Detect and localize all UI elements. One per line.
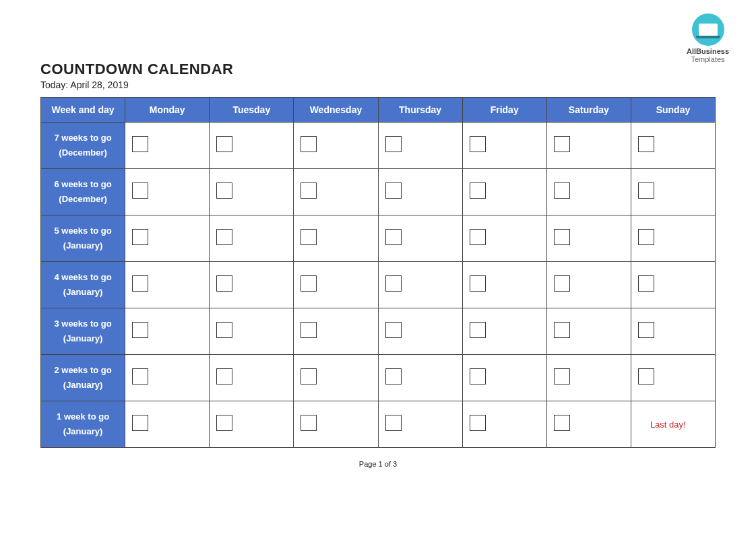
today-date: Today: April 28, 2019 (40, 79, 716, 90)
checkbox-icon[interactable] (470, 322, 486, 338)
calendar-cell (546, 262, 631, 308)
checkbox-icon[interactable] (554, 136, 570, 152)
calendar-cell (378, 262, 462, 308)
calendar-cell (125, 308, 210, 355)
last-day-label: Last day! (638, 420, 686, 430)
row-header: 3 weeks to go(January) (41, 308, 125, 355)
table-row: 4 weeks to go(January) (41, 262, 716, 308)
row-header: 1 week to go(January) (41, 401, 125, 448)
checkbox-icon[interactable] (470, 368, 486, 385)
checkbox-icon[interactable] (301, 415, 317, 431)
checkbox-icon[interactable] (554, 322, 570, 338)
calendar-cell (125, 355, 210, 401)
calendar-cell (125, 401, 210, 448)
checkbox-icon[interactable] (554, 275, 570, 292)
checkbox-icon[interactable] (470, 136, 486, 152)
checkbox-icon[interactable] (385, 182, 402, 199)
checkbox-icon[interactable] (554, 182, 570, 199)
laptop-icon (692, 13, 724, 46)
calendar-cell (294, 169, 378, 215)
checkbox-icon[interactable] (385, 322, 402, 338)
checkbox-icon[interactable] (470, 275, 486, 292)
checkbox-icon[interactable] (216, 275, 232, 292)
checkbox-icon[interactable] (216, 322, 232, 338)
checkbox-icon[interactable] (385, 368, 402, 385)
col-header-week: Week and day (41, 98, 125, 123)
checkbox-icon[interactable] (554, 368, 570, 385)
checkbox-icon[interactable] (385, 275, 402, 292)
calendar-cell (462, 401, 546, 448)
row-header: 5 weeks to go(January) (41, 215, 125, 262)
checkbox-icon[interactable] (301, 275, 317, 292)
checkbox-icon[interactable] (554, 229, 570, 245)
checkbox-icon[interactable] (132, 415, 148, 431)
checkbox-icon[interactable] (638, 322, 654, 338)
col-header-friday: Friday (462, 98, 546, 123)
col-header-tuesday: Tuesday (210, 98, 294, 123)
checkbox-icon[interactable] (470, 229, 486, 245)
calendar-cell (210, 308, 294, 355)
table-row: 3 weeks to go(January) (41, 308, 716, 355)
calendar-cell (546, 355, 631, 401)
calendar-cell (462, 169, 546, 215)
calendar-cell (546, 308, 631, 355)
checkbox-icon[interactable] (301, 182, 317, 199)
countdown-table: Week and dayMondayTuesdayWednesdayThursd… (40, 97, 716, 448)
calendar-cell: Last day! (631, 401, 715, 448)
checkbox-icon[interactable] (301, 136, 317, 152)
calendar-cell (378, 401, 462, 448)
checkbox-icon[interactable] (638, 136, 654, 152)
calendar-cell (125, 215, 210, 262)
calendar-cell (631, 308, 715, 355)
checkbox-icon[interactable] (638, 229, 654, 245)
brand-logo: AllBusiness Templates (687, 13, 729, 63)
checkbox-icon[interactable] (132, 136, 148, 152)
checkbox-icon[interactable] (385, 229, 402, 245)
checkbox-icon[interactable] (132, 368, 148, 385)
calendar-cell (210, 401, 294, 448)
checkbox-icon[interactable] (216, 182, 232, 199)
checkbox-icon[interactable] (132, 275, 148, 292)
checkbox-icon[interactable] (301, 322, 317, 338)
checkbox-icon[interactable] (216, 415, 232, 431)
checkbox-icon[interactable] (638, 368, 654, 385)
calendar-cell (210, 123, 294, 169)
logo-line2: Templates (691, 55, 724, 63)
calendar-cell (546, 169, 631, 215)
col-header-thursday: Thursday (378, 98, 462, 123)
calendar-cell (210, 262, 294, 308)
checkbox-icon[interactable] (638, 275, 654, 292)
checkbox-icon[interactable] (132, 182, 148, 199)
row-header: 2 weeks to go(January) (41, 355, 125, 401)
checkbox-icon[interactable] (638, 182, 654, 199)
calendar-cell (378, 215, 462, 262)
calendar-cell (462, 308, 546, 355)
checkbox-icon[interactable] (216, 368, 232, 385)
checkbox-icon[interactable] (470, 415, 486, 431)
checkbox-icon[interactable] (132, 322, 148, 338)
logo-line1: AllBusiness (687, 47, 729, 55)
calendar-cell (210, 215, 294, 262)
page-footer: Page 1 of 3 (40, 460, 716, 468)
row-header: 7 weeks to go(December) (41, 123, 125, 169)
table-row: 7 weeks to go(December) (41, 123, 716, 169)
checkbox-icon[interactable] (216, 229, 232, 245)
table-row: 1 week to go(January)Last day! (41, 401, 716, 448)
calendar-cell (462, 123, 546, 169)
checkbox-icon[interactable] (385, 136, 402, 152)
checkbox-icon[interactable] (470, 182, 486, 199)
checkbox-icon[interactable] (554, 415, 570, 431)
checkbox-icon[interactable] (216, 136, 232, 152)
row-header: 4 weeks to go(January) (41, 262, 125, 308)
calendar-cell (294, 308, 378, 355)
col-header-sunday: Sunday (631, 98, 715, 123)
checkbox-icon[interactable] (132, 229, 148, 245)
calendar-cell (125, 123, 210, 169)
calendar-cell (462, 262, 546, 308)
checkbox-icon[interactable] (385, 415, 402, 431)
calendar-cell (294, 401, 378, 448)
calendar-cell (631, 169, 715, 215)
table-row: 5 weeks to go(January) (41, 215, 716, 262)
checkbox-icon[interactable] (301, 229, 317, 245)
checkbox-icon[interactable] (301, 368, 317, 385)
